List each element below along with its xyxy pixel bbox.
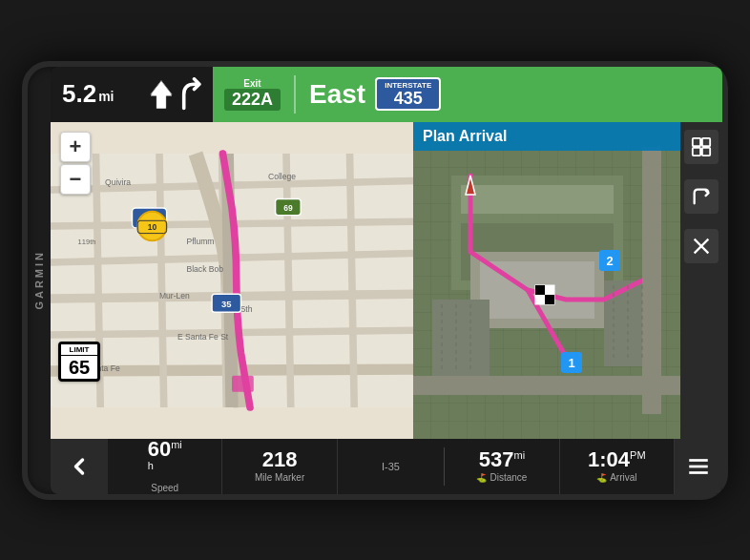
bottom-bar: 60mih Speed 218 Mile Marker I-35 537mi ⛳… — [51, 439, 722, 494]
zoom-in-button[interactable]: + — [60, 132, 91, 162]
map-left: Quivira College 119th Pflumm Black Bob M… — [51, 122, 413, 439]
distance-label: ⛳ Distance — [476, 472, 527, 483]
svg-rect-50 — [545, 295, 554, 304]
svg-line-13 — [350, 154, 355, 407]
svg-text:College: College — [268, 171, 296, 180]
svg-text:E Santa Fe St: E Santa Fe St — [177, 331, 229, 341]
close-button[interactable] — [684, 229, 719, 263]
road-label: I-35 — [338, 461, 444, 472]
arrival-value: 1:04PM — [588, 449, 646, 470]
menu-button[interactable] — [675, 439, 722, 494]
screen: 5.2mi Exit 222A E — [51, 67, 722, 494]
device-frame: GARMIN 5.2mi Exit — [22, 61, 728, 500]
svg-text:69: 69 — [283, 202, 293, 212]
svg-text:Pflumm: Pflumm — [187, 237, 215, 246]
svg-text:Black Bob: Black Bob — [187, 263, 224, 273]
mile-marker-value: 218 — [262, 449, 298, 470]
nav-route-info: Exit 222A East INTERSTATE 435 — [213, 67, 722, 122]
svg-line-10 — [159, 154, 164, 407]
svg-rect-49 — [535, 295, 545, 304]
satellite-svg: 2 1 — [413, 122, 680, 439]
svg-rect-59 — [702, 137, 710, 145]
svg-rect-48 — [545, 285, 554, 295]
svg-text:Mur-Len: Mur-Len — [159, 291, 190, 301]
svg-text:10: 10 — [148, 221, 157, 231]
arrival-label: ⛳ Arrival — [596, 472, 636, 483]
mile-marker-stat: 218 Mile Marker — [222, 439, 337, 494]
svg-rect-61 — [702, 147, 710, 155]
arrival-stat: 1:04PM ⛳ Arrival — [560, 439, 675, 494]
zoom-out-button[interactable]: − — [60, 164, 91, 195]
nav-divider — [294, 75, 296, 114]
svg-text:2: 2 — [606, 254, 613, 268]
nav-bar: 5.2mi Exit 222A E — [51, 67, 722, 122]
speed-limit-sign: LIMIT 65 — [58, 342, 100, 382]
speed-stat: 60mih Speed — [108, 439, 222, 494]
right-panel — [680, 122, 722, 439]
map-svg: Quivira College 119th Pflumm Black Bob M… — [51, 122, 413, 439]
svg-rect-32 — [232, 375, 254, 391]
svg-rect-40 — [413, 376, 680, 395]
zoom-controls: + − — [60, 132, 91, 195]
svg-rect-47 — [535, 285, 545, 295]
svg-rect-34 — [461, 185, 614, 214]
svg-text:35: 35 — [221, 298, 232, 308]
svg-text:1: 1 — [568, 356, 574, 370]
svg-text:119th: 119th — [78, 238, 96, 246]
back-button[interactable] — [51, 439, 108, 494]
mile-marker-label: Mile Marker — [255, 472, 304, 483]
map-right: 2 1 — [413, 122, 680, 439]
distance-stat: 537mi ⛳ Distance — [445, 439, 559, 494]
nav-distance: 5.2mi — [51, 67, 136, 122]
svg-rect-41 — [642, 147, 661, 414]
svg-rect-60 — [693, 147, 700, 155]
svg-line-12 — [286, 154, 291, 407]
svg-text:Quivira: Quivira — [105, 177, 131, 187]
speed-value: 60mih — [148, 439, 182, 481]
svg-rect-38 — [432, 300, 490, 376]
nav-arrow — [136, 67, 213, 122]
main-content: Quivira College 119th Pflumm Black Bob M… — [51, 122, 722, 439]
interstate-badge: INTERSTATE 435 — [375, 77, 441, 111]
exit-badge: Exit 222A — [224, 78, 281, 111]
svg-rect-58 — [693, 137, 700, 145]
map-view-button[interactable] — [684, 130, 719, 164]
speed-label: Speed — [151, 483, 178, 493]
route-button[interactable] — [684, 179, 719, 214]
distance-value: 537mi — [479, 449, 525, 470]
nav-direction: East — [309, 79, 365, 110]
plan-arrival-banner: Plan Arrival — [413, 122, 680, 151]
garmin-logo: GARMIN — [28, 250, 51, 310]
